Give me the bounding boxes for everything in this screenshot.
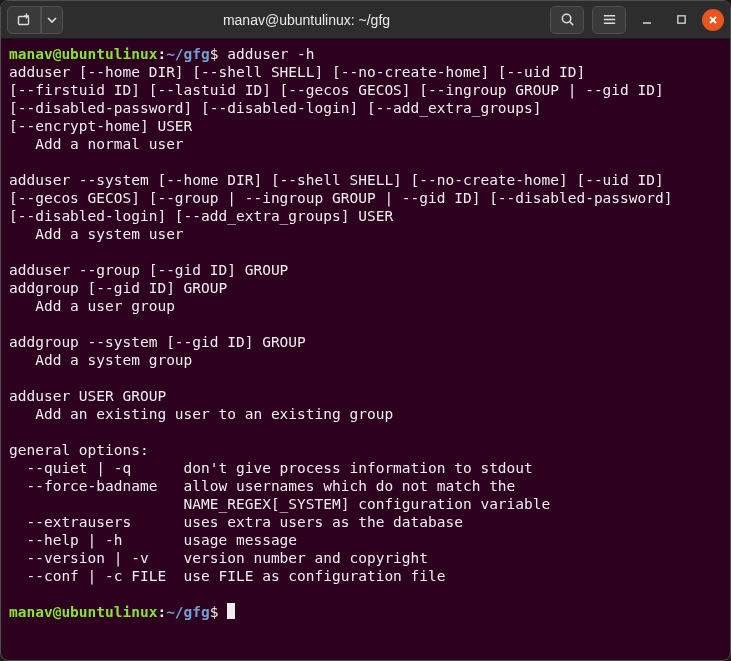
prompt-dollar: $	[210, 46, 219, 62]
terminal-window: manav@ubuntulinux: ~/gfg	[0, 0, 731, 661]
command-input-2	[219, 604, 228, 620]
search-button[interactable]	[550, 6, 584, 34]
chevron-down-icon	[47, 15, 57, 25]
close-icon	[708, 15, 718, 25]
command-output: adduser [--home DIR] [--shell SHELL] [--…	[9, 64, 672, 584]
tab-dropdown-button[interactable]	[41, 6, 63, 34]
maximize-button[interactable]	[668, 7, 694, 33]
prompt-path-2: ~/gfg	[166, 604, 210, 620]
hamburger-menu-button[interactable]	[592, 6, 626, 34]
prompt-colon-2: :	[157, 604, 166, 620]
prompt-dollar-2: $	[210, 604, 219, 620]
terminal-body[interactable]: manav@ubuntulinux:~/gfg$ adduser -h addu…	[1, 39, 730, 627]
titlebar: manav@ubuntulinux: ~/gfg	[1, 1, 730, 39]
new-tab-button[interactable]	[7, 6, 41, 34]
svg-point-3	[562, 14, 570, 22]
left-button-group	[7, 6, 63, 34]
new-tab-icon	[16, 12, 32, 28]
svg-rect-9	[677, 16, 684, 23]
close-button[interactable]	[702, 9, 724, 31]
prompt-user-host: manav@ubuntulinux	[9, 46, 157, 62]
maximize-icon	[676, 14, 687, 25]
window-title: manav@ubuntulinux: ~/gfg	[69, 12, 544, 28]
svg-line-4	[569, 22, 572, 25]
search-icon	[560, 12, 575, 27]
prompt-path: ~/gfg	[166, 46, 210, 62]
prompt-user-host-2: manav@ubuntulinux	[9, 604, 157, 620]
prompt-colon: :	[157, 46, 166, 62]
right-controls	[550, 6, 724, 34]
command-input-1: adduser -h	[219, 46, 315, 62]
minimize-button[interactable]	[634, 7, 660, 33]
cursor	[227, 603, 235, 619]
minimize-icon	[641, 14, 653, 26]
hamburger-icon	[602, 12, 617, 27]
